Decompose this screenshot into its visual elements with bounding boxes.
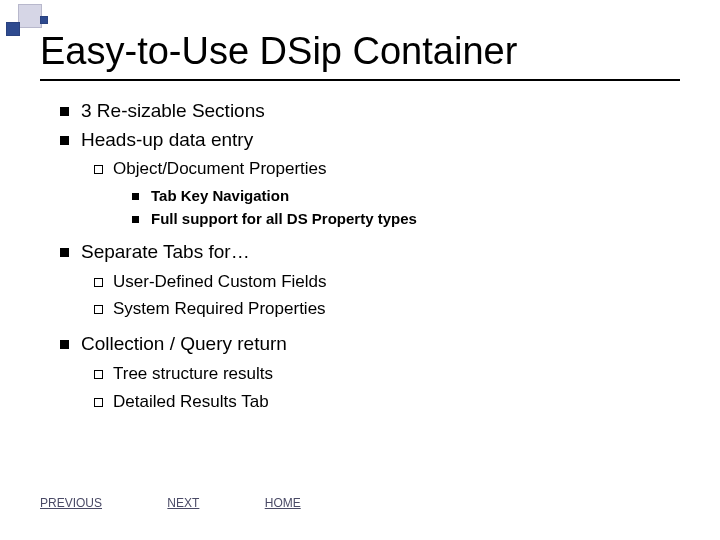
bullet-text: Separate Tabs for… bbox=[81, 241, 250, 262]
bullet-text: Detailed Results Tab bbox=[113, 392, 269, 411]
hollow-square-bullet-icon bbox=[94, 305, 103, 314]
bullet-level2: Object/Document Properties bbox=[94, 157, 680, 181]
bullet-text: Tab Key Navigation bbox=[151, 187, 289, 204]
square-bullet-icon bbox=[60, 136, 69, 145]
slide-content: 3 Re-sizable Sections Heads-up data entr… bbox=[60, 98, 680, 417]
square-bullet-icon bbox=[60, 340, 69, 349]
bullet-text: Heads-up data entry bbox=[81, 129, 253, 150]
bullet-text: Collection / Query return bbox=[81, 333, 287, 354]
bullet-level1: 3 Re-sizable Sections bbox=[60, 98, 680, 125]
bullet-text: Tree structure results bbox=[113, 364, 273, 383]
hollow-square-bullet-icon bbox=[94, 278, 103, 287]
footer-nav: PREVIOUS NEXT HOME bbox=[40, 496, 363, 510]
bullet-level3: Full support for all DS Property types bbox=[132, 208, 680, 229]
square-bullet-icon bbox=[132, 193, 139, 200]
previous-link[interactable]: PREVIOUS bbox=[40, 496, 102, 510]
bullet-level2: System Required Properties bbox=[94, 297, 680, 321]
bullet-level2: User-Defined Custom Fields bbox=[94, 270, 680, 294]
home-link[interactable]: HOME bbox=[265, 496, 301, 510]
deco-square-tiny bbox=[40, 16, 48, 24]
bullet-level1: Collection / Query return bbox=[60, 331, 680, 358]
deco-square-light bbox=[18, 4, 42, 28]
square-bullet-icon bbox=[60, 107, 69, 116]
square-bullet-icon bbox=[132, 216, 139, 223]
square-bullet-icon bbox=[60, 248, 69, 257]
bullet-text: 3 Re-sizable Sections bbox=[81, 100, 265, 121]
bullet-level1: Separate Tabs for… bbox=[60, 239, 680, 266]
hollow-square-bullet-icon bbox=[94, 398, 103, 407]
bullet-level3: Tab Key Navigation bbox=[132, 185, 680, 206]
bullet-level2: Detailed Results Tab bbox=[94, 390, 680, 414]
bullet-level1: Heads-up data entry bbox=[60, 127, 680, 154]
bullet-level2: Tree structure results bbox=[94, 362, 680, 386]
hollow-square-bullet-icon bbox=[94, 370, 103, 379]
bullet-text: User-Defined Custom Fields bbox=[113, 272, 327, 291]
deco-square-dark bbox=[6, 22, 20, 36]
bullet-text: Full support for all DS Property types bbox=[151, 210, 417, 227]
next-link[interactable]: NEXT bbox=[167, 496, 199, 510]
bullet-text: System Required Properties bbox=[113, 299, 326, 318]
slide: Easy-to-Use DSip Container 3 Re-sizable … bbox=[0, 0, 720, 540]
slide-title: Easy-to-Use DSip Container bbox=[40, 30, 680, 81]
hollow-square-bullet-icon bbox=[94, 165, 103, 174]
bullet-text: Object/Document Properties bbox=[113, 159, 327, 178]
